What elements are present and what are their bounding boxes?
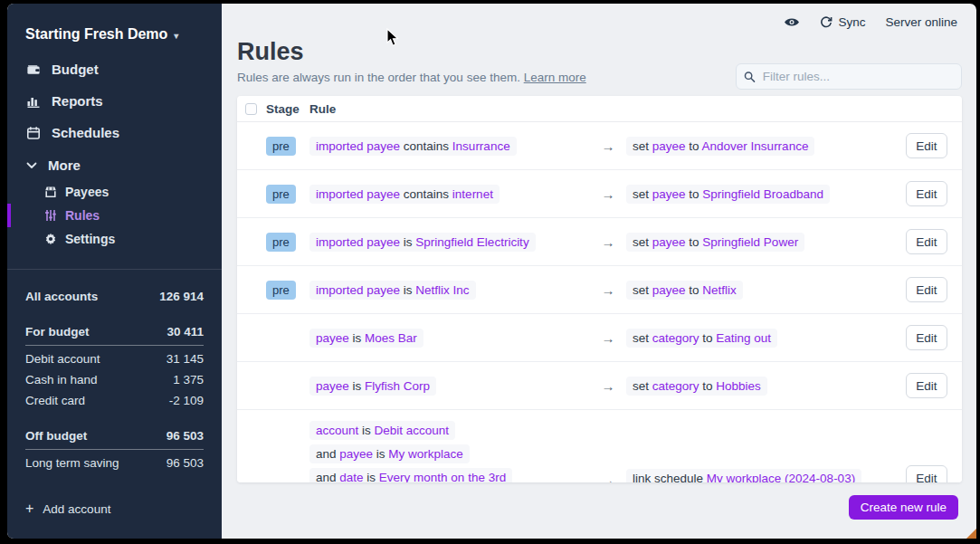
dropdown-caret-icon: ▾ [174, 31, 178, 41]
sidebar-item-settings[interactable]: Settings [7, 227, 222, 251]
wallet-icon [26, 62, 41, 77]
edit-button[interactable]: Edit [906, 277, 947, 302]
condition-chip: and date is Every month on the 3rd [309, 468, 512, 482]
filter-rules-box [736, 63, 962, 90]
sidebar: Starting Fresh Demo ▾ Budget Reports [7, 4, 222, 539]
rule-arrow-icon: → [590, 378, 626, 394]
sidebar-item-label: Settings [65, 232, 115, 246]
sidebar-item-schedules[interactable]: Schedules [7, 117, 222, 148]
sidebar-item-budget[interactable]: Budget [7, 53, 222, 85]
rule-row[interactable]: account is Debit accountand payee is My … [237, 410, 962, 482]
rule-text-segment: category [652, 331, 699, 345]
privacy-eye-button[interactable] [784, 16, 800, 28]
learn-more-link[interactable]: Learn more [524, 71, 586, 84]
account-group-balance: 30 411 [167, 325, 204, 339]
calendar-icon [26, 126, 41, 140]
rule-text-segment: Springfield Broadband [702, 187, 823, 201]
rule-edit-cell: Edit [891, 277, 962, 302]
window-resize-handle[interactable] [966, 529, 976, 539]
rule-text-segment: and [316, 471, 339, 482]
rule-text-segment: to [699, 331, 717, 345]
account-group-header[interactable]: Off budget96 503 [25, 425, 204, 450]
rule-text-segment: Springfield Power [702, 235, 798, 249]
rule-text-segment: payee [316, 379, 349, 393]
rule-action-cell: set category to Hobbies [626, 377, 891, 396]
sidebar-item-label: Budget [52, 62, 99, 77]
rule-text-segment: Netflix Inc [415, 283, 469, 297]
plus-icon: + [25, 501, 33, 516]
edit-button[interactable]: Edit [906, 325, 947, 350]
rule-row[interactable]: preimported payee contains Insurrance→se… [237, 122, 962, 170]
rule-conditions-cell: imported payee contains Insurrance [309, 137, 590, 156]
rule-text-segment: payee [652, 235, 686, 249]
account-balance: 1 375 [173, 373, 204, 387]
sidebar-item-payees[interactable]: Payees [7, 180, 222, 204]
rule-row[interactable]: preimported payee is Netflix Inc→set pay… [237, 266, 962, 314]
rule-row[interactable]: preimported payee contains internet→set … [237, 170, 962, 218]
rule-stage-cell: pre [266, 233, 309, 252]
rule-text-segment: set [633, 139, 652, 153]
sync-button[interactable]: Sync [820, 15, 865, 29]
rule-action-cell: set payee to Springfield Broadband [626, 185, 891, 204]
account-name: Credit card [25, 394, 85, 407]
rule-arrow-icon: → [590, 282, 626, 298]
select-all-checkbox[interactable] [245, 103, 257, 115]
rule-stage-cell: pre [266, 281, 309, 300]
rule-conditions-cell: imported payee is Netflix Inc [309, 281, 590, 300]
rule-text-segment: payee [316, 331, 349, 345]
server-status[interactable]: Server online [885, 15, 957, 29]
rule-text-segment: imported payee [316, 235, 400, 249]
edit-button[interactable]: Edit [906, 133, 947, 158]
account-row[interactable]: Cash in hand1 375 [25, 369, 204, 390]
edit-button[interactable]: Edit [906, 229, 947, 254]
account-group-balance: 126 914 [159, 290, 204, 303]
sidebar-item-rules[interactable]: Rules [7, 204, 222, 227]
edit-button[interactable]: Edit [906, 465, 947, 482]
rule-text-segment: My workplace [388, 447, 463, 461]
rule-text-segment: Netflix [702, 283, 737, 297]
rule-text-segment: to [686, 283, 703, 297]
sidebar-item-reports[interactable]: Reports [7, 85, 222, 117]
rule-text-segment: Andover Insurrance [702, 139, 809, 153]
rule-edit-cell: Edit [891, 325, 962, 350]
bar-chart-icon [26, 94, 41, 109]
filter-rules-input[interactable] [761, 69, 954, 84]
sidebar-more-label: More [48, 157, 81, 173]
account-group-header[interactable]: For budget30 411 [25, 321, 204, 346]
budget-file-menu[interactable]: Starting Fresh Demo ▾ [25, 26, 222, 43]
rule-action-cell: set payee to Andover Insurrance [626, 137, 891, 156]
account-group: Off budget96 503Long term saving96 503 [25, 425, 204, 473]
rule-row[interactable]: preimported payee is Springfield Electri… [237, 218, 962, 266]
account-group-header[interactable]: All accounts126 914 [25, 286, 204, 307]
rule-arrow-icon: → [590, 138, 626, 154]
action-chip: link schedule My workplace (2024-08-03) [626, 469, 861, 482]
rule-text-segment: Debit account [375, 424, 450, 437]
rule-text-segment: Flyfish Corp [365, 379, 430, 393]
rule-text-segment: Insurrance [452, 139, 510, 153]
footer-bar: Create new rule [222, 482, 976, 520]
edit-button[interactable]: Edit [906, 373, 947, 398]
rule-text-segment: Springfield Electricity [415, 235, 528, 249]
rule-text-segment: is [373, 447, 388, 461]
rule-text-segment: payee [339, 447, 373, 461]
rule-row[interactable]: payee is Flyfish Corp→set category to Ho… [237, 362, 962, 410]
add-account-button[interactable]: + Add account [25, 501, 222, 516]
sidebar-item-more[interactable]: More [7, 148, 222, 180]
account-row[interactable]: Debit account31 145 [25, 348, 204, 369]
create-new-rule-button[interactable]: Create new rule [849, 495, 958, 520]
edit-button[interactable]: Edit [906, 181, 947, 206]
rule-text-segment: is [358, 424, 374, 437]
rule-action-cell: link schedule My workplace (2024-08-03) [626, 469, 891, 482]
account-row[interactable]: Long term saving96 503 [25, 453, 204, 473]
rule-conditions-cell: account is Debit accountand payee is My … [309, 410, 590, 482]
account-balance: -2 109 [169, 394, 204, 407]
condition-chip: imported payee is Netflix Inc [309, 281, 476, 300]
rule-text-segment: contains [400, 187, 452, 201]
account-row[interactable]: Credit card-2 109 [25, 390, 204, 411]
column-header-rule: Rule [309, 102, 590, 116]
rule-text-segment: set [633, 235, 652, 249]
rule-row[interactable]: payee is Moes Bar→set category to Eating… [237, 314, 962, 362]
rule-text-segment: imported payee [316, 187, 400, 201]
rule-text-segment: My workplace (2024-08-03) [707, 472, 855, 482]
rule-action-cell: set category to Eating out [626, 329, 891, 348]
